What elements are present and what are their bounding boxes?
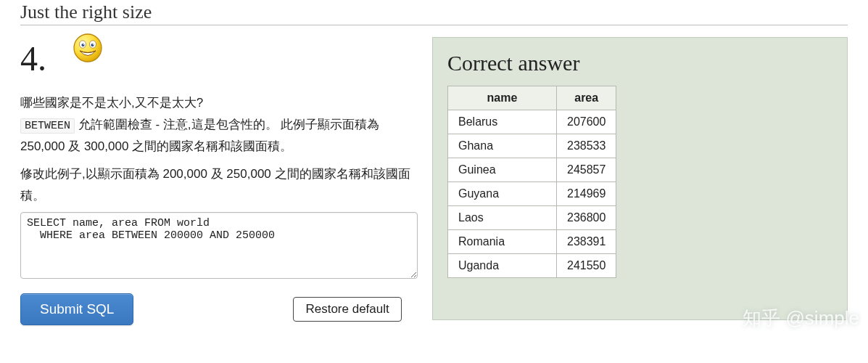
smiley-big-grin-icon: [73, 33, 103, 63]
col-header-name: name: [448, 86, 557, 110]
cell-name: Uganda: [448, 254, 557, 278]
cell-area: 238391: [557, 230, 616, 254]
cell-area: 245857: [557, 158, 616, 182]
question-paragraph-1: 哪些國家是不是太小,又不是太大? BETWEEN 允許範圍檢查 - 注意,這是包…: [20, 92, 418, 158]
section-title: Just the right size: [20, 1, 848, 25]
question-paragraph-2: 修改此例子,以顯示面積為 200,000 及 250,000 之間的國家名稱和該…: [20, 163, 418, 207]
cell-area: 207600: [557, 110, 616, 134]
question-number: 4.: [20, 41, 46, 76]
cell-name: Laos: [448, 206, 557, 230]
between-keyword: BETWEEN: [20, 118, 75, 134]
cell-name: Guyana: [448, 182, 557, 206]
col-header-area: area: [557, 86, 616, 110]
svg-point-0: [74, 34, 102, 62]
cell-area: 238533: [557, 134, 616, 158]
result-table: name area Belarus207600Ghana238533Guinea…: [447, 86, 616, 278]
answer-title: Correct answer: [447, 51, 832, 76]
left-column: 4.: [20, 37, 418, 325]
cell-name: Belarus: [448, 110, 557, 134]
sql-input[interactable]: [20, 212, 418, 279]
svg-point-5: [83, 44, 84, 45]
answer-panel[interactable]: Correct answer name area Belarus207600Gh…: [432, 37, 848, 320]
cell-area: 214969: [557, 182, 616, 206]
table-row: Guyana214969: [448, 182, 616, 206]
cell-name: Ghana: [448, 134, 557, 158]
table-row: Ghana238533: [448, 134, 616, 158]
cell-name: Romania: [448, 230, 557, 254]
submit-sql-button[interactable]: Submit SQL: [20, 293, 133, 325]
cell-name: Guinea: [448, 158, 557, 182]
table-header-row: name area: [448, 86, 616, 110]
table-row: Uganda241550: [448, 254, 616, 278]
para1-post: 允許範圍檢查 - 注意,這是包含性的。 此例子顯示面積為 250,000 及 3…: [20, 118, 379, 153]
restore-default-button[interactable]: Restore default: [293, 297, 401, 322]
svg-point-6: [93, 44, 94, 45]
table-row: Belarus207600: [448, 110, 616, 134]
table-row: Laos236800: [448, 206, 616, 230]
cell-area: 241550: [557, 254, 616, 278]
table-row: Romania238391: [448, 230, 616, 254]
para1-pre: 哪些國家是不是太小,又不是太大?: [20, 96, 203, 110]
svg-point-3: [81, 44, 84, 46]
cell-area: 236800: [557, 206, 616, 230]
svg-point-4: [91, 44, 94, 46]
table-row: Guinea245857: [448, 158, 616, 182]
